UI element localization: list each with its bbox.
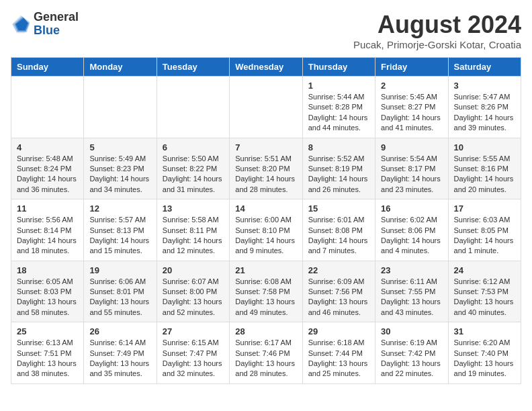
day-info: Sunrise: 5:52 AM Sunset: 8:19 PM Dayligh… (308, 154, 369, 195)
day-cell: 30Sunrise: 6:19 AM Sunset: 7:42 PM Dayli… (375, 322, 448, 384)
week-row-3: 18Sunrise: 6:05 AM Sunset: 8:03 PM Dayli… (11, 261, 521, 322)
day-cell (11, 77, 84, 138)
day-info: Sunrise: 6:13 AM Sunset: 7:51 PM Dayligh… (17, 338, 78, 379)
title-block: August 2024 Pucak, Primorje-Gorski Kotar… (353, 11, 521, 50)
day-number: 28 (235, 326, 296, 336)
day-cell: 6Sunrise: 5:50 AM Sunset: 8:22 PM Daylig… (157, 138, 229, 199)
day-cell: 31Sunrise: 6:20 AM Sunset: 7:40 PM Dayli… (448, 322, 521, 384)
subtitle: Pucak, Primorje-Gorski Kotar, Croatia (353, 39, 521, 50)
day-number: 13 (163, 203, 224, 214)
week-row-0: 1Sunrise: 5:44 AM Sunset: 8:28 PM Daylig… (11, 77, 521, 138)
day-number: 2 (381, 81, 442, 91)
day-number: 10 (454, 142, 515, 152)
day-info: Sunrise: 5:51 AM Sunset: 8:20 PM Dayligh… (235, 154, 296, 195)
day-number: 7 (235, 142, 296, 152)
day-cell: 17Sunrise: 6:03 AM Sunset: 8:05 PM Dayli… (448, 199, 521, 261)
day-number: 22 (308, 265, 369, 275)
day-info: Sunrise: 6:08 AM Sunset: 7:58 PM Dayligh… (235, 277, 296, 318)
day-number: 26 (89, 326, 150, 336)
day-info: Sunrise: 6:15 AM Sunset: 7:47 PM Dayligh… (163, 338, 224, 379)
day-number: 5 (89, 142, 150, 152)
day-cell: 20Sunrise: 6:07 AM Sunset: 8:00 PM Dayli… (157, 261, 229, 322)
day-info: Sunrise: 5:48 AM Sunset: 8:24 PM Dayligh… (17, 154, 78, 195)
day-cell: 24Sunrise: 6:12 AM Sunset: 7:53 PM Dayli… (448, 261, 521, 322)
day-info: Sunrise: 6:00 AM Sunset: 8:10 PM Dayligh… (235, 215, 296, 257)
day-number: 30 (381, 326, 442, 336)
day-info: Sunrise: 6:14 AM Sunset: 7:49 PM Dayligh… (89, 338, 150, 379)
day-cell: 25Sunrise: 6:13 AM Sunset: 7:51 PM Dayli… (11, 322, 84, 384)
day-cell: 1Sunrise: 5:44 AM Sunset: 8:28 PM Daylig… (302, 77, 375, 138)
day-cell: 4Sunrise: 5:48 AM Sunset: 8:24 PM Daylig… (11, 138, 84, 199)
header-thursday: Thursday (302, 58, 375, 77)
day-cell: 5Sunrise: 5:49 AM Sunset: 8:23 PM Daylig… (84, 138, 157, 199)
day-cell (230, 77, 302, 138)
header-sunday: Sunday (11, 58, 84, 77)
day-number: 18 (17, 265, 78, 275)
week-row-4: 25Sunrise: 6:13 AM Sunset: 7:51 PM Dayli… (11, 322, 521, 384)
day-number: 21 (235, 265, 296, 275)
day-number: 15 (308, 203, 369, 214)
day-number: 24 (454, 265, 515, 275)
day-cell: 16Sunrise: 6:02 AM Sunset: 8:06 PM Dayli… (375, 199, 448, 261)
logo-icon (11, 14, 31, 34)
day-cell: 29Sunrise: 6:18 AM Sunset: 7:44 PM Dayli… (302, 322, 375, 384)
day-info: Sunrise: 6:09 AM Sunset: 7:56 PM Dayligh… (308, 277, 369, 318)
day-number: 19 (89, 265, 150, 275)
day-cell: 12Sunrise: 5:57 AM Sunset: 8:13 PM Dayli… (84, 199, 157, 261)
day-number: 29 (308, 326, 369, 336)
header: General Blue August 2024 Pucak, Primorje… (11, 11, 521, 50)
logo-general: General (34, 11, 79, 24)
day-number: 11 (17, 203, 78, 214)
day-cell: 28Sunrise: 6:17 AM Sunset: 7:46 PM Dayli… (230, 322, 302, 384)
day-cell: 18Sunrise: 6:05 AM Sunset: 8:03 PM Dayli… (11, 261, 84, 322)
day-number: 23 (381, 265, 442, 275)
day-cell: 8Sunrise: 5:52 AM Sunset: 8:19 PM Daylig… (302, 138, 375, 199)
calendar-body: 1Sunrise: 5:44 AM Sunset: 8:28 PM Daylig… (11, 77, 521, 384)
header-friday: Friday (375, 58, 448, 77)
day-info: Sunrise: 5:50 AM Sunset: 8:22 PM Dayligh… (163, 154, 224, 195)
day-info: Sunrise: 5:47 AM Sunset: 8:26 PM Dayligh… (454, 92, 515, 134)
day-cell (157, 77, 229, 138)
header-saturday: Saturday (448, 58, 521, 77)
day-info: Sunrise: 6:03 AM Sunset: 8:05 PM Dayligh… (454, 215, 515, 257)
day-cell: 7Sunrise: 5:51 AM Sunset: 8:20 PM Daylig… (230, 138, 302, 199)
day-info: Sunrise: 6:18 AM Sunset: 7:44 PM Dayligh… (308, 338, 369, 379)
day-number: 17 (454, 203, 515, 214)
day-cell: 19Sunrise: 6:06 AM Sunset: 8:01 PM Dayli… (84, 261, 157, 322)
day-info: Sunrise: 5:44 AM Sunset: 8:28 PM Dayligh… (308, 92, 369, 134)
header-tuesday: Tuesday (157, 58, 229, 77)
day-number: 20 (163, 265, 224, 275)
day-number: 4 (17, 142, 78, 152)
calendar-table: SundayMondayTuesdayWednesdayThursdayFrid… (11, 57, 521, 384)
week-row-2: 11Sunrise: 5:56 AM Sunset: 8:14 PM Dayli… (11, 199, 521, 261)
day-number: 9 (381, 142, 442, 152)
day-info: Sunrise: 5:57 AM Sunset: 8:13 PM Dayligh… (89, 215, 150, 257)
day-info: Sunrise: 5:49 AM Sunset: 8:23 PM Dayligh… (89, 154, 150, 195)
day-number: 14 (235, 203, 296, 214)
day-number: 31 (454, 326, 515, 336)
header-wednesday: Wednesday (230, 58, 302, 77)
day-cell: 3Sunrise: 5:47 AM Sunset: 8:26 PM Daylig… (448, 77, 521, 138)
day-info: Sunrise: 5:56 AM Sunset: 8:14 PM Dayligh… (17, 215, 78, 257)
day-cell: 13Sunrise: 5:58 AM Sunset: 8:11 PM Dayli… (157, 199, 229, 261)
day-info: Sunrise: 6:19 AM Sunset: 7:42 PM Dayligh… (381, 338, 442, 379)
day-info: Sunrise: 6:05 AM Sunset: 8:03 PM Dayligh… (17, 277, 78, 318)
header-row: SundayMondayTuesdayWednesdayThursdayFrid… (11, 58, 521, 77)
day-cell: 10Sunrise: 5:55 AM Sunset: 8:16 PM Dayli… (448, 138, 521, 199)
day-number: 8 (308, 142, 369, 152)
day-info: Sunrise: 5:55 AM Sunset: 8:16 PM Dayligh… (454, 154, 515, 195)
day-cell: 21Sunrise: 6:08 AM Sunset: 7:58 PM Dayli… (230, 261, 302, 322)
header-monday: Monday (84, 58, 157, 77)
day-number: 27 (163, 326, 224, 336)
day-info: Sunrise: 6:11 AM Sunset: 7:55 PM Dayligh… (381, 277, 442, 318)
day-number: 16 (381, 203, 442, 214)
logo-text: General Blue (34, 11, 79, 38)
day-number: 6 (163, 142, 224, 152)
calendar-header: SundayMondayTuesdayWednesdayThursdayFrid… (11, 58, 521, 77)
day-number: 25 (17, 326, 78, 336)
day-cell (84, 77, 157, 138)
logo-blue: Blue (34, 24, 79, 38)
logo: General Blue (11, 11, 79, 38)
day-cell: 27Sunrise: 6:15 AM Sunset: 7:47 PM Dayli… (157, 322, 229, 384)
day-cell: 14Sunrise: 6:00 AM Sunset: 8:10 PM Dayli… (230, 199, 302, 261)
